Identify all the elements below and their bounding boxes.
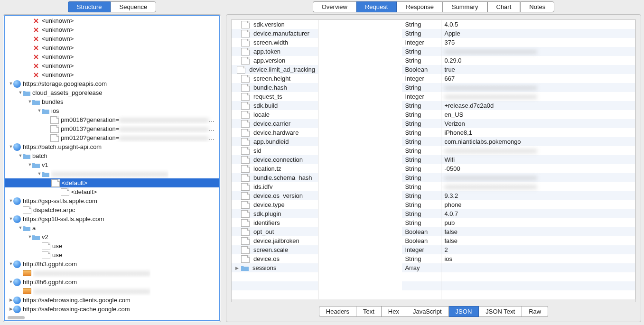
json-row[interactable]: screen.scaleInteger2 <box>232 245 635 254</box>
tree-row[interactable]: https://storage.googleapis.com <box>5 79 219 88</box>
tree-row[interactable]: <default> <box>5 187 219 196</box>
tab-overview[interactable]: Overview <box>313 1 356 12</box>
bottom-tab-json[interactable]: JSON <box>449 306 479 317</box>
json-row[interactable]: device.limit_ad_trackingBooleantrue <box>232 65 635 74</box>
tree-row[interactable]: http://lh3.ggpht.com <box>5 260 219 269</box>
tab-notes[interactable]: Notes <box>520 1 554 12</box>
tree-row[interactable]: https://safebrowsing.clients.google.com <box>5 296 219 305</box>
tree-row[interactable]: https://safebrowsing-cache.google.com <box>5 305 219 314</box>
disclosure-arrow-icon[interactable] <box>9 142 13 151</box>
disclosure-arrow-icon[interactable] <box>9 260 13 269</box>
tree-row[interactable]: https://gsp10-ssl.ls.apple.com <box>5 214 219 223</box>
json-row[interactable]: app.tokenStringxxxxxxxxxxxxxxxxxxxxxxxxx… <box>232 47 635 56</box>
tree-row[interactable]: <unknown> <box>5 43 219 52</box>
scrollbar-horizontal[interactable] <box>8 316 25 319</box>
bottom-tab-hex[interactable]: Hex <box>382 306 406 317</box>
tree-row[interactable]: xxxxxxxxxxxxxxxxxxxxxxxxxxxxxxxxxxxxxx <box>5 269 219 278</box>
bottom-tab-headers[interactable]: Headers <box>319 306 356 317</box>
tree-row[interactable]: v1 <box>5 160 219 169</box>
tab-chart[interactable]: Chart <box>487 1 521 12</box>
bottom-tab-javascript[interactable]: JavaScript <box>406 306 449 317</box>
tree-row[interactable]: https://gsp-ssl.ls.apple.com <box>5 196 219 205</box>
tree-row[interactable]: xxxxxxxxxxxxxxxxxxxxxxxxxxxxxxxxxxxxxx <box>5 287 219 296</box>
tree-row[interactable]: <unknown> <box>5 52 219 61</box>
tree-row[interactable]: pm0016?generation=xxxxxxxxxxxxxxxxxxxxxx… <box>5 115 219 124</box>
disclosure-arrow-icon[interactable] <box>18 151 23 160</box>
disclosure-arrow-icon[interactable] <box>9 79 13 88</box>
json-row[interactable]: device.os_versionString9.3.2 <box>232 191 635 200</box>
json-table[interactable]: sdk.versionString4.0.5device.manufacture… <box>231 19 636 302</box>
disclosure-arrow-icon[interactable] <box>9 296 13 305</box>
structure-tree[interactable]: <unknown> <unknown> <unknown> <unknown> … <box>4 15 220 321</box>
json-row[interactable]: device.jailbrokenBooleanfalse <box>232 236 635 245</box>
tree-row[interactable]: ios <box>5 106 219 115</box>
disclosure-arrow-icon[interactable] <box>28 160 32 169</box>
tab-request[interactable]: Request <box>356 1 397 12</box>
json-row[interactable]: screen.heightInteger667 <box>232 74 635 83</box>
tab-summary[interactable]: Summary <box>443 1 487 12</box>
disclosure-arrow-icon[interactable] <box>37 169 42 178</box>
json-row[interactable]: identifiersStringpub <box>232 218 635 227</box>
disclosure-arrow-icon[interactable] <box>9 196 13 205</box>
tab-structure[interactable]: Structure <box>68 1 111 12</box>
tree-row-label: v2 <box>42 232 48 241</box>
json-row[interactable]: bundle.schema_hashStringxxxxxxxxxxxxxxxx… <box>232 173 635 182</box>
globe-icon <box>13 197 21 205</box>
tree-row[interactable]: <unknown> <box>5 25 219 34</box>
tree-row[interactable]: xxxxxxxxxxxxxxxxxxxxxxxxxxxxxxxxxxxxxx <box>5 169 219 178</box>
json-row[interactable]: ids.idfvStringxxxxxxxxxxxxxxxxxxxxxxxxxx… <box>232 182 635 191</box>
json-row[interactable]: device.osStringios <box>232 254 635 263</box>
tree-row[interactable]: a <box>5 223 219 232</box>
json-row[interactable]: sdk.versionString4.0.5 <box>232 20 635 29</box>
tree-row[interactable]: use <box>5 241 219 251</box>
json-row[interactable]: app.versionString0.29.0 <box>232 56 635 65</box>
disclosure-arrow-icon[interactable] <box>18 88 23 97</box>
json-row[interactable]: bundle.hashStringxxxxxxxxxxxxxxxxxxxxxxx… <box>232 83 635 92</box>
json-row[interactable]: sdk.pluginString4.0.7 <box>232 209 635 218</box>
json-row[interactable]: ▶sessionsArray <box>232 263 635 272</box>
disclosure-arrow-icon[interactable] <box>28 232 32 241</box>
tree-row-label: <unknown> <box>42 16 74 25</box>
tree-row[interactable]: use <box>5 251 219 260</box>
json-row[interactable]: sidStringxxxxxxxxxxxxxxxxxxxxxxxxxxxxxx <box>232 146 635 155</box>
tree-row[interactable]: batch <box>5 151 219 160</box>
tree-row[interactable]: <unknown> <box>5 34 219 43</box>
tree-row[interactable]: dispatcher.arpc <box>5 205 219 214</box>
json-row[interactable]: screen.widthInteger375 <box>232 38 635 47</box>
json-row[interactable]: device.hardwareStringiPhone8,1 <box>232 128 635 137</box>
disclosure-arrow-icon[interactable] <box>37 106 42 115</box>
tree-row[interactable]: <default> <box>5 178 219 187</box>
tree-row[interactable]: <unknown> <box>5 16 219 25</box>
tree-row[interactable]: v2 <box>5 232 219 241</box>
json-row[interactable]: device.manufacturerStringApple <box>232 29 635 38</box>
tree-row[interactable]: bundles <box>5 97 219 106</box>
tree-row[interactable]: cloud_assets_pgorelease <box>5 88 219 97</box>
json-row[interactable]: opt_outBooleanfalse <box>232 227 635 236</box>
json-row[interactable]: device.typeStringphone <box>232 200 635 209</box>
tree-row[interactable]: https://batch.upsight-api.com <box>5 142 219 151</box>
disclosure-arrow-icon[interactable] <box>9 214 13 223</box>
tab-sequence[interactable]: Sequence <box>111 1 157 12</box>
tree-row[interactable]: pm0120?generation=xxxxxxxxxxxxxxxxxxxxxx… <box>5 133 219 142</box>
json-row[interactable]: request_tsIntegerxxxxxxxxxxxxxxxxxxxxxxx… <box>232 92 635 101</box>
tree-row[interactable]: pm0013?generation=xxxxxxxxxxxxxxxxxxxxxx… <box>5 124 219 133</box>
tree-row[interactable]: <unknown> <box>5 61 219 70</box>
json-row[interactable]: device.carrierStringVerizon <box>232 119 635 128</box>
tab-response[interactable]: Response <box>397 1 443 12</box>
tree-row[interactable]: http://lh6.ggpht.com <box>5 278 219 287</box>
json-row[interactable]: location.tzString-0500 <box>232 164 635 173</box>
json-row[interactable]: localeStringen_US <box>232 110 635 119</box>
tree-row[interactable]: <unknown> <box>5 70 219 79</box>
json-row[interactable]: sdk.buildString+release.d7c2a0d <box>232 101 635 110</box>
disclosure-arrow-icon[interactable]: ▶ <box>234 266 239 270</box>
disclosure-arrow-icon[interactable] <box>18 223 23 232</box>
json-row[interactable]: device.connectionStringWifi <box>232 155 635 164</box>
json-row[interactable]: app.bundleidStringcom.nianticlabs.pokemo… <box>232 137 635 146</box>
bottom-tab-json_text[interactable]: JSON Text <box>479 306 522 317</box>
json-key: ids.idfv <box>253 183 315 190</box>
disclosure-arrow-icon[interactable] <box>9 278 13 287</box>
bottom-tab-text[interactable]: Text <box>356 306 382 317</box>
disclosure-arrow-icon[interactable] <box>28 97 32 106</box>
bottom-tab-raw[interactable]: Raw <box>522 306 548 317</box>
disclosure-arrow-icon[interactable] <box>9 305 13 314</box>
